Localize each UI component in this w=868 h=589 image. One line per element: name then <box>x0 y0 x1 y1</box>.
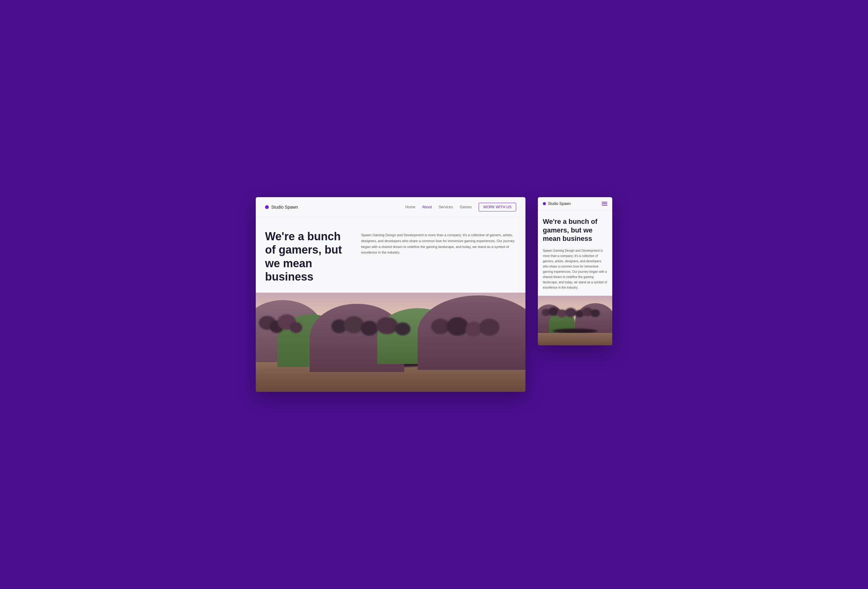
desktop-mockup: Studio Spawn Home About Services Games W… <box>256 197 526 392</box>
mobile-hero-image <box>538 296 612 345</box>
hamburger-line-1 <box>602 202 607 202</box>
desktop-logo-area: Studio Spawn <box>265 205 298 210</box>
tree-blobs-left <box>256 313 337 350</box>
desktop-nav: Studio Spawn Home About Services Games W… <box>256 197 526 217</box>
nav-link-services[interactable]: Services <box>438 205 453 209</box>
hamburger-menu-button[interactable] <box>602 202 607 205</box>
mobile-nav: Studio Spawn <box>538 197 612 211</box>
desktop-logo-text: Studio Spawn <box>271 205 298 210</box>
work-with-us-button[interactable]: WORK WITH US <box>479 203 516 211</box>
landscape-scene <box>256 293 526 392</box>
desktop-hero: We're a bunch of gamers, but we mean bus… <box>256 217 526 293</box>
nav-link-games[interactable]: Games <box>460 205 472 209</box>
mobile-logo-area: Studio Spawn <box>543 202 571 206</box>
mobile-logo-dot <box>543 202 546 205</box>
desktop-hero-image <box>256 293 526 392</box>
desktop-hero-description: Spawn Gaming Design and Development is m… <box>361 230 516 283</box>
mobile-hero-description: Spawn Gaming Design and Development is m… <box>543 248 607 290</box>
hamburger-line-3 <box>602 205 607 205</box>
desktop-logo-dot <box>265 205 269 209</box>
tree-blobs-right <box>431 316 526 359</box>
mobile-logo-text: Studio Spawn <box>548 202 571 206</box>
nav-link-about[interactable]: About <box>422 205 432 209</box>
mobile-landscape-scene <box>538 296 612 345</box>
mobile-tree-blobs <box>542 306 608 328</box>
mobile-foreground <box>538 333 612 345</box>
showcase-container: Studio Spawn Home About Services Games W… <box>256 197 612 392</box>
hamburger-line-2 <box>602 203 607 204</box>
mobile-hero-title: We're a bunch of gamers, but we mean bus… <box>543 217 607 243</box>
mobile-hero: We're a bunch of gamers, but we mean bus… <box>538 211 612 296</box>
desktop-hero-title: We're a bunch of gamers, but we mean bus… <box>265 230 352 283</box>
mobile-mockup: Studio Spawn We're a bunch of gamers, bu… <box>538 197 612 345</box>
nav-link-home[interactable]: Home <box>406 205 415 209</box>
desktop-nav-links: Home About Services Games WORK WITH US <box>406 203 516 211</box>
